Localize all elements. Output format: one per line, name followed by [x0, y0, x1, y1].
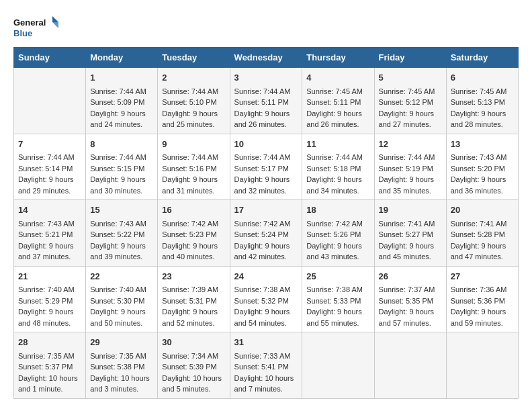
cell-info-line: and 59 minutes. [451, 318, 514, 329]
cell-info-line: Sunset: 5:39 PM [162, 361, 225, 373]
day-number: 9 [162, 138, 225, 151]
cell-info-line: Sunset: 5:22 PM [90, 229, 153, 240]
calendar-cell [14, 68, 86, 134]
cell-info-line: and 26 minutes. [306, 119, 369, 130]
cell-info-line: and 34 minutes. [306, 185, 369, 197]
calendar-cell [374, 332, 446, 399]
cell-info-line: Sunset: 5:41 PM [234, 361, 298, 373]
cell-info-line: Sunset: 5:30 PM [90, 295, 153, 307]
cell-info-line: Sunrise: 7:35 AM [18, 351, 81, 362]
cell-info-line: Daylight: 9 hours [90, 174, 153, 185]
day-number: 5 [379, 71, 442, 85]
cell-info-line: Sunset: 5:23 PM [162, 229, 225, 240]
cell-info-line: and 39 minutes. [90, 251, 153, 263]
cell-info-line: Sunrise: 7:43 AM [18, 218, 81, 230]
cell-info-line: Sunrise: 7:44 AM [379, 152, 442, 163]
cell-info-line: Sunset: 5:31 PM [162, 295, 225, 307]
cell-info-line: Sunset: 5:12 PM [379, 97, 442, 108]
day-number: 30 [162, 336, 225, 349]
logo-svg: General Blue [13, 13, 60, 40]
calendar-cell: 26Sunrise: 7:37 AMSunset: 5:35 PMDayligh… [374, 266, 446, 332]
cell-info-line: and 45 minutes. [379, 251, 442, 263]
cell-info-line: Sunset: 5:19 PM [379, 163, 442, 175]
day-number: 3 [234, 71, 298, 85]
calendar-cell: 2Sunrise: 7:44 AMSunset: 5:10 PMDaylight… [158, 68, 230, 134]
cell-info-line: Sunrise: 7:37 AM [379, 284, 442, 295]
cell-info-line: Daylight: 10 hours [234, 373, 298, 384]
cell-info-line: Daylight: 9 hours [234, 108, 298, 120]
cell-info-line: and 43 minutes. [306, 251, 369, 263]
cell-info-line: Sunset: 5:24 PM [234, 229, 298, 240]
cell-info-line: Sunrise: 7:44 AM [234, 86, 298, 97]
day-number: 16 [162, 203, 225, 217]
calendar-cell: 7Sunrise: 7:44 AMSunset: 5:14 PMDaylight… [14, 134, 86, 200]
cell-info-line: and 47 minutes. [451, 251, 514, 263]
day-number: 10 [234, 138, 298, 151]
cell-info-line: Sunrise: 7:40 AM [18, 284, 81, 295]
cell-info-line: Daylight: 9 hours [379, 240, 442, 252]
cell-info-line: Daylight: 10 hours [90, 373, 153, 384]
cell-info-line: and 3 minutes. [90, 383, 153, 395]
cell-info-line: Sunrise: 7:45 AM [306, 86, 369, 97]
cell-info-line: Sunrise: 7:39 AM [162, 284, 225, 295]
day-number: 7 [18, 138, 81, 151]
day-number: 18 [306, 203, 369, 217]
cell-info-line: and 26 minutes. [234, 119, 298, 130]
cell-info-line: Sunset: 5:11 PM [306, 97, 369, 108]
cell-info-line: Daylight: 9 hours [306, 108, 369, 120]
cell-info-line: Daylight: 9 hours [451, 240, 514, 252]
calendar-cell: 17Sunrise: 7:42 AMSunset: 5:24 PMDayligh… [230, 200, 302, 267]
day-number: 24 [234, 270, 298, 283]
cell-info-line: and 24 minutes. [90, 119, 153, 130]
cell-info-line: Sunrise: 7:41 AM [379, 218, 442, 230]
cell-info-line: Sunset: 5:18 PM [306, 163, 369, 175]
day-number: 15 [90, 203, 153, 217]
cell-info-line: Sunrise: 7:36 AM [451, 284, 514, 295]
cell-info-line: and 7 minutes. [234, 383, 298, 395]
cell-info-line: Sunset: 5:27 PM [379, 229, 442, 240]
day-number: 23 [162, 270, 225, 283]
cell-info-line: Sunset: 5:13 PM [451, 97, 514, 108]
cell-info-line: Sunset: 5:11 PM [234, 97, 298, 108]
cell-info-line: Daylight: 9 hours [162, 240, 225, 252]
calendar-cell: 8Sunrise: 7:44 AMSunset: 5:15 PMDaylight… [86, 134, 158, 200]
cell-info-line: and 52 minutes. [162, 318, 225, 329]
day-number: 11 [306, 138, 369, 151]
cell-info-line: Daylight: 9 hours [451, 174, 514, 185]
cell-info-line: Daylight: 9 hours [90, 306, 153, 318]
cell-info-line: Daylight: 9 hours [379, 108, 442, 120]
cell-info-line: and 25 minutes. [162, 119, 225, 130]
day-number: 17 [234, 203, 298, 217]
calendar-cell: 15Sunrise: 7:43 AMSunset: 5:22 PMDayligh… [86, 200, 158, 267]
calendar-cell: 6Sunrise: 7:45 AMSunset: 5:13 PMDaylight… [446, 68, 518, 134]
page-header: General Blue [13, 13, 519, 40]
cell-info-line: and 55 minutes. [306, 318, 369, 329]
calendar-cell: 30Sunrise: 7:34 AMSunset: 5:39 PMDayligh… [158, 332, 230, 399]
cell-info-line: Daylight: 9 hours [18, 174, 81, 185]
logo: General Blue [13, 13, 60, 40]
day-number: 29 [90, 336, 153, 349]
cell-info-line: Sunset: 5:14 PM [18, 163, 81, 175]
calendar-week-row: 1Sunrise: 7:44 AMSunset: 5:09 PMDaylight… [14, 68, 519, 134]
cell-info-line: Sunrise: 7:40 AM [90, 284, 153, 295]
cell-info-line: and 32 minutes. [234, 185, 298, 197]
day-number: 26 [379, 270, 442, 283]
day-number: 14 [18, 203, 81, 217]
cell-info-line: Sunrise: 7:34 AM [162, 351, 225, 362]
cell-info-line: Daylight: 9 hours [306, 240, 369, 252]
calendar-cell: 25Sunrise: 7:38 AMSunset: 5:33 PMDayligh… [302, 266, 374, 332]
header-tuesday: Tuesday [158, 48, 230, 68]
cell-info-line: and 36 minutes. [451, 185, 514, 197]
cell-info-line: Sunrise: 7:43 AM [90, 218, 153, 230]
cell-info-line: Sunrise: 7:43 AM [451, 152, 514, 163]
cell-info-line: and 57 minutes. [379, 318, 442, 329]
cell-info-line: Sunrise: 7:42 AM [234, 218, 298, 230]
cell-info-line: Daylight: 10 hours [162, 373, 225, 384]
calendar-cell: 11Sunrise: 7:44 AMSunset: 5:18 PMDayligh… [302, 134, 374, 200]
cell-info-line: and 29 minutes. [18, 185, 81, 197]
day-number: 21 [18, 270, 81, 283]
cell-info-line: and 40 minutes. [162, 251, 225, 263]
cell-info-line: Sunrise: 7:33 AM [234, 351, 298, 362]
cell-info-line: Daylight: 9 hours [234, 240, 298, 252]
calendar-cell: 20Sunrise: 7:41 AMSunset: 5:28 PMDayligh… [446, 200, 518, 267]
